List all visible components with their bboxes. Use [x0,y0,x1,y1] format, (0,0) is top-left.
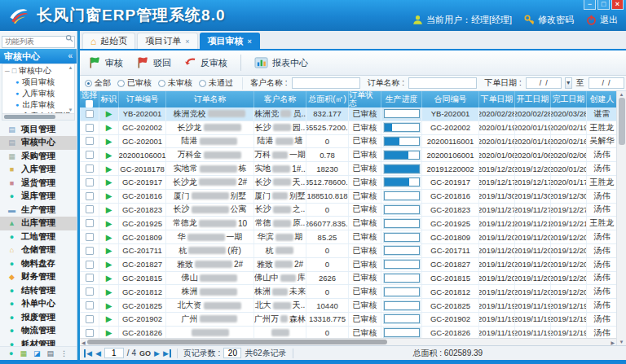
sidebar-item[interactable]: ●报废管理 [0,311,77,325]
row-checkbox[interactable] [86,287,94,296]
c-select[interactable] [80,230,99,243]
table-row[interactable]: ▶GC-2018178实地常栋实地1#..18230已审核20191220002… [80,162,616,176]
row-checkbox[interactable] [86,192,94,200]
page-number-input[interactable] [104,348,124,358]
sidebar-item[interactable]: ▲出库管理 [0,217,77,230]
c-select[interactable] [80,107,99,121]
sidebar-item[interactable]: ▦采购管理 [0,150,77,164]
row-checkbox[interactable] [86,124,94,132]
radio-option[interactable]: 全部 [85,77,111,89]
c-progress[interactable] [381,148,422,161]
c-progress[interactable] [381,258,422,271]
last-page-button[interactable]: ▶ [163,349,171,357]
cart-icon[interactable]: ▦ [20,349,27,357]
table-row[interactable]: ▶20200106001万科金万科一期0.78已审核20200106001202… [80,148,616,162]
sidebar-item[interactable]: ●物料盘存 [0,257,77,271]
c-select[interactable] [80,285,99,298]
table-row[interactable]: ▶GC-201925常德龙10常德原..266077.835..已审核GC-20… [80,217,616,230]
column-header-0[interactable]: 选择 [80,91,99,107]
sidebar-item[interactable]: ■入库管理 [0,163,77,177]
row-checkbox[interactable] [86,151,94,159]
c-select[interactable] [80,204,99,217]
sidebar-item[interactable]: ●工地管理 [0,230,77,244]
c-progress[interactable] [381,176,422,189]
radio-option[interactable]: 未审核 [158,77,192,89]
table-row[interactable]: ▶GC-201809华一期华滨期85.25已审核GC-2018092019/11… [80,230,616,244]
column-header-8[interactable]: 合同编号 [422,91,479,107]
table-row[interactable]: ▶GC-201711杭(府)杭0已审核GC-2017112019/11/2020… [80,244,616,258]
radio-icon[interactable] [158,80,165,87]
c-progress[interactable] [381,327,422,338]
column-header-10[interactable]: 开工日期 [515,91,551,107]
c-progress[interactable] [381,217,422,230]
scroll-up-icon[interactable]: ▲ [619,92,625,97]
c-progress[interactable] [381,272,422,285]
order-date-to-input[interactable] [589,77,624,89]
column-header-1[interactable]: 标识 [99,91,119,107]
column-header-3[interactable]: 订单名称 [166,91,254,107]
row-checkbox[interactable] [86,219,94,227]
sidebar-item[interactable]: ●退库管理 [0,190,77,204]
sidebar-item[interactable]: ●结转管理 [0,284,77,298]
customer-name-input[interactable] [292,77,360,89]
close-icon[interactable]: × [185,37,189,46]
table-row[interactable]: ▶GC-202001陆港陆港墙0已审核202001160012020/01/16… [80,135,616,149]
toolbar-button-flag-green[interactable]: 审核 [88,56,123,70]
c-select[interactable] [80,135,99,148]
table-row[interactable]: ▶GC-201827雅致2#雅致2#0已审核GC-2018272019/11/2… [80,258,616,272]
c-progress[interactable] [381,135,422,148]
row-checkbox[interactable] [86,247,94,255]
tree-node[interactable]: ●项目审核 [5,77,74,88]
c-select[interactable] [80,148,99,161]
sidebar-item[interactable]: ●物流管理 [0,324,77,338]
logout-button[interactable]: 退出 [586,14,618,26]
row-checkbox[interactable] [86,137,94,145]
tab-project-order[interactable]: 项目订单× [137,33,197,49]
row-checkbox[interactable] [86,301,94,309]
c-progress[interactable] [381,190,422,203]
toolbar-button-report-chart[interactable]: 报表中心 [254,56,308,70]
scrollbar-thumb[interactable] [4,115,55,119]
go-button[interactable]: GO [139,349,151,357]
maximize-button[interactable]: □ [597,0,610,10]
order-name-input[interactable] [408,77,477,89]
radio-option[interactable]: 已审核 [117,77,152,89]
scrollbar-thumb[interactable] [87,340,387,344]
scroll-down-icon[interactable]: ▼ [619,340,624,344]
close-icon[interactable]: × [248,37,252,46]
c-select[interactable] [80,299,99,312]
tree-node[interactable]: ●入库审核 [5,88,74,99]
scroll-left-icon[interactable]: ◀ [82,340,86,345]
column-header-12[interactable]: 创建人 [587,91,618,107]
next-page-button[interactable]: ▶ [154,349,160,357]
row-checkbox[interactable] [86,315,94,323]
table-row[interactable]: ▶GC-2018260已审核GC-2018262019/11/192019/11… [80,327,616,338]
table-row[interactable]: ▶GC-201917长沙龙2#长沙天..8512.78600..已审核GC-20… [80,176,616,190]
column-header-2[interactable]: 订单编号 [119,91,166,107]
table-row[interactable]: ▶GC-201816厦门别墅厦门别墅188510.818已审核GC-201816… [80,190,616,204]
tree-vertical-scroll[interactable]: ▲▼ [68,65,73,112]
row-checkbox[interactable] [86,205,94,213]
function-search-input[interactable] [2,36,75,48]
toolbar-button-flag-red[interactable]: 驳回 [136,56,171,70]
calendar-dropdown-icon[interactable]: ▼ [565,77,572,89]
sidebar-item[interactable]: ●耗材管理 [0,338,77,347]
c-select[interactable] [80,327,99,338]
row-checkbox[interactable] [86,274,94,282]
column-header-7[interactable]: 生产进度 [381,91,422,107]
table-row[interactable]: ▶GC-201902广州广州万森林13318.775已审核GC-20190220… [80,313,616,327]
table-row[interactable]: ▶GC-201823长沙公寓长沙之..0已审核GC-2018232019/11/… [80,204,616,217]
c-progress[interactable] [381,299,422,312]
doc-icon[interactable]: ▤ [46,349,54,357]
close-button[interactable]: × [611,0,624,10]
minimize-button[interactable]: − [584,0,596,10]
sidebar-item[interactable]: ⌂仓储管理 [0,243,77,257]
c-select[interactable] [80,190,99,203]
tree-node[interactable]: ●出库审核 [5,99,74,111]
page-size-input[interactable] [223,348,241,358]
column-header-9[interactable]: 下单日期 [479,91,515,107]
tab-project-audit[interactable]: 项目审核× [200,33,260,49]
more-icon[interactable]: ⋮ [60,349,68,357]
table-row[interactable]: ▶GC-202002长沙龙长沙园..65525.7200..已审核GC-2020… [80,121,616,135]
table-row[interactable]: ▶GC-201825北大资北大天..10440已审核GC-2018252019/… [80,299,616,313]
